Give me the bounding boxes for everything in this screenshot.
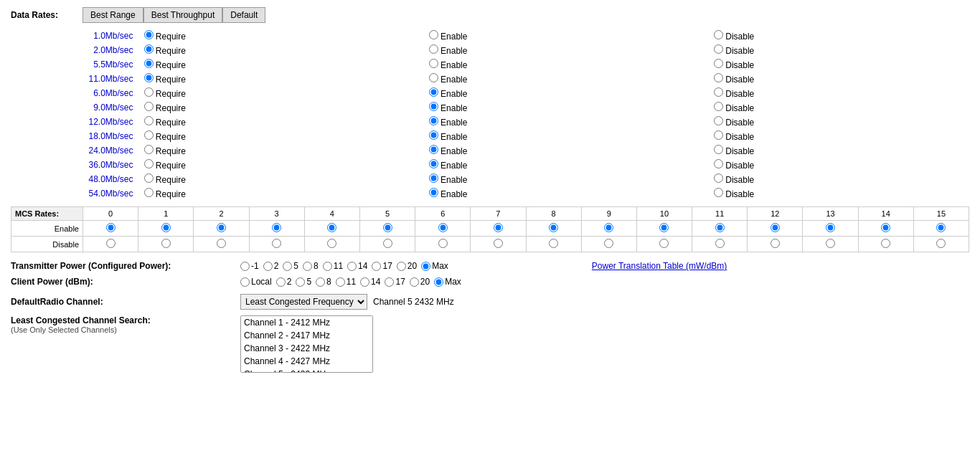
cp-radio-local[interactable]: Local [240,277,272,287]
rate-enable-radio-3[interactable] [429,73,438,82]
rate-disable-radio-7[interactable] [714,130,723,140]
rate-require-radio-4[interactable] [144,87,154,97]
mcs-enable-radio-6[interactable] [438,223,448,232]
rate-disable-radio-5[interactable] [714,102,723,111]
rate-require-radio-9[interactable] [144,159,154,168]
channel-select-dropdown[interactable]: Least Congested FrequencyChannel 1Channe… [240,294,367,310]
rate-require-radio-7[interactable] [144,130,154,140]
mcs-enable-radio-9[interactable] [604,223,613,232]
rate-require-cell-4: Require [141,86,425,100]
mcs-enable-radio-0[interactable] [106,223,116,232]
rate-disable-radio-4[interactable] [714,87,723,97]
rate-enable-cell-7: Enable [425,129,710,143]
tp-radio-2[interactable]: 2 [263,261,279,271]
rate-enable-radio-0[interactable] [429,30,438,39]
tp-radio-17[interactable]: 17 [372,261,392,271]
rate-require-radio-3[interactable] [144,73,154,82]
mcs-enable-radio-4[interactable] [327,223,336,232]
rate-enable-radio-1[interactable] [429,44,438,54]
mcs-disable-radio-6[interactable] [438,239,448,248]
mcs-enable-radio-7[interactable] [494,223,503,232]
tp-radio-8[interactable]: 8 [303,261,319,271]
mcs-enable-radio-1[interactable] [161,223,171,232]
mcs-disable-radio-4[interactable] [327,239,336,248]
tp-radio-20[interactable]: 20 [397,261,417,271]
mcs-disable-radio-5[interactable] [383,239,392,248]
rate-enable-radio-11[interactable] [429,188,438,197]
rate-disable-radio-8[interactable] [714,145,723,154]
rate-enable-radio-8[interactable] [429,145,438,154]
rate-require-radio-1[interactable] [144,44,154,54]
tp-radio-11[interactable]: 11 [323,261,343,271]
mcs-enable-radio-13[interactable] [826,223,835,232]
rate-disable-radio-9[interactable] [714,159,723,168]
rate-enable-radio-10[interactable] [429,173,438,183]
cp-radio-20[interactable]: 20 [410,277,430,287]
rate-require-radio-5[interactable] [144,102,154,111]
rate-enable-radio-2[interactable] [429,59,438,68]
least-congested-label: Least Congested Channel Search: [11,315,240,325]
mcs-disable-radio-9[interactable] [604,239,613,248]
mcs-disable-radio-3[interactable] [272,239,281,248]
cp-radio-17[interactable]: 17 [385,277,405,287]
rate-disable-radio-1[interactable] [714,44,723,54]
rate-disable-radio-2[interactable] [714,59,723,68]
mcs-disable-radio-10[interactable] [659,239,669,248]
default-button[interactable]: Default [222,7,265,23]
rate-enable-radio-5[interactable] [429,102,438,111]
rate-require-radio-11[interactable] [144,188,154,197]
mcs-disable-radio-8[interactable] [549,239,558,248]
rate-enable-cell-6: Enable [425,115,710,129]
rate-require-radio-10[interactable] [144,173,154,183]
mcs-disable-radio-1[interactable] [161,239,171,248]
tp-radio-minus1[interactable]: -1 [240,261,259,271]
cp-radio-14[interactable]: 14 [360,277,380,287]
rate-disable-radio-0[interactable] [714,30,723,39]
rate-require-radio-0[interactable] [144,30,154,39]
best-range-button[interactable]: Best Range [83,7,143,23]
cp-radio-8[interactable]: 8 [316,277,331,287]
tp-radio-14[interactable]: 14 [347,261,367,271]
mcs-disable-radio-2[interactable] [217,239,226,248]
cp-radio-5[interactable]: 5 [296,277,311,287]
rate-disable-radio-6[interactable] [714,116,723,125]
mcs-disable-radio-0[interactable] [106,239,116,248]
rate-require-radio-2[interactable] [144,59,154,68]
rate-row-6: 12.0Mb/sec Require Enable Disable [11,115,969,129]
best-throughput-button[interactable]: Best Throughput [143,7,223,23]
mcs-disable-radio-14[interactable] [881,239,890,248]
rate-require-cell-5: Require [141,100,425,115]
rate-disable-radio-10[interactable] [714,173,723,183]
rate-enable-radio-4[interactable] [429,87,438,97]
channel-listbox[interactable]: Channel 1 - 2412 MHzChannel 2 - 2417 MHz… [240,315,373,373]
rate-disable-radio-11[interactable] [714,188,723,197]
rate-require-radio-6[interactable] [144,116,154,125]
mcs-enable-radio-14[interactable] [881,223,890,232]
rate-enable-radio-6[interactable] [429,116,438,125]
cp-radio-11[interactable]: 11 [336,277,356,287]
mcs-enable-radio-8[interactable] [549,223,558,232]
tp-radio-5[interactable]: 5 [283,261,298,271]
transmitter-power-row: Transmitter Power (Configured Power): -1… [11,261,969,271]
mcs-enable-radio-5[interactable] [383,223,392,232]
rate-enable-radio-9[interactable] [429,159,438,168]
mcs-disable-radio-13[interactable] [826,239,835,248]
power-translation-link[interactable]: Power Translation Table (mW/dBm) [592,261,727,271]
mcs-enable-radio-15[interactable] [936,223,946,232]
cp-radio-max[interactable]: Max [434,277,461,287]
rate-enable-radio-7[interactable] [429,130,438,140]
mcs-enable-radio-12[interactable] [771,223,780,232]
mcs-enable-radio-2[interactable] [217,223,226,232]
rate-require-radio-8[interactable] [144,145,154,154]
mcs-rates-table: MCS Rates: 0 1 2 3 4 5 6 7 8 9 10 11 12 … [11,206,969,252]
cp-radio-2[interactable]: 2 [276,277,292,287]
mcs-disable-radio-11[interactable] [715,239,725,248]
mcs-disable-radio-7[interactable] [494,239,503,248]
mcs-disable-radio-12[interactable] [771,239,780,248]
mcs-enable-radio-10[interactable] [659,223,669,232]
rate-disable-radio-3[interactable] [714,73,723,82]
mcs-enable-radio-3[interactable] [272,223,281,232]
mcs-enable-radio-11[interactable] [715,223,725,232]
mcs-disable-radio-15[interactable] [936,239,946,248]
tp-radio-max[interactable]: Max [421,261,448,271]
